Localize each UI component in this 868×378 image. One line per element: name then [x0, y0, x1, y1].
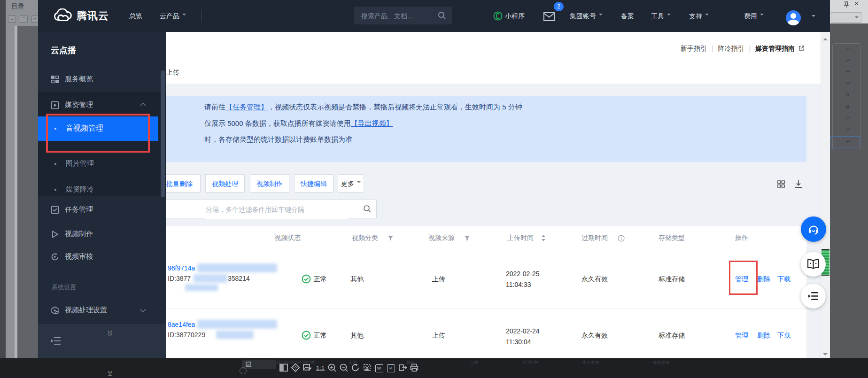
effects-icon[interactable] [290, 363, 301, 373]
upload-button[interactable]: 上传 [166, 69, 179, 77]
sidebar-item-video-review[interactable]: 视频审核 [38, 247, 159, 268]
export-word-icon[interactable]: W [374, 363, 384, 373]
print-icon[interactable] [409, 363, 419, 373]
paragraph-mark: ↵ [846, 57, 860, 64]
headset-icon [807, 223, 820, 236]
video-process-button[interactable]: 视频处理 [205, 174, 245, 193]
sidebar-item-video-production[interactable]: 视频制作 [38, 224, 159, 245]
filter-funnel-icon[interactable] [465, 236, 470, 241]
message-icon[interactable] [543, 12, 555, 21]
survey-fab[interactable] [801, 284, 826, 309]
viewer-mini-panel [242, 360, 276, 369]
background-dropdown[interactable] [831, 12, 861, 23]
manage-link[interactable]: 管理 [735, 332, 748, 340]
chevron-down-icon [357, 181, 361, 185]
outline-collapse-icon[interactable]: ⌄ [8, 15, 16, 23]
nav-beian[interactable]: 备案 [621, 0, 634, 32]
zoom-out-icon[interactable] [339, 363, 349, 373]
pin-icon[interactable] [843, 1, 850, 8]
avatar[interactable] [786, 10, 801, 25]
search-icon[interactable] [438, 11, 446, 20]
status-ok-icon [302, 331, 311, 340]
guide-newbie-link[interactable]: 新手指引 [681, 45, 707, 52]
nav-miniprogram[interactable]: 小程序 [505, 0, 525, 32]
sidebar-item-media-cooling[interactable]: 媒资降冷 [38, 180, 158, 201]
collapse-sidebar-icon[interactable] [50, 336, 62, 346]
chevron-down-icon [667, 14, 671, 17]
sidebar-item-label: 任务管理 [65, 205, 93, 214]
actual-size-icon[interactable]: 1:1 [315, 363, 326, 373]
expire-cell: 永久有效 [581, 332, 608, 340]
redacted-blur [194, 274, 227, 283]
ghost-text: 标准存储 [653, 360, 670, 366]
sidebar-item-tasks[interactable]: 任务管理 [38, 200, 159, 221]
sidebar-item-label: 视频制作 [65, 230, 93, 239]
customer-service-fab[interactable] [801, 216, 826, 242]
crop-icon[interactable] [362, 363, 372, 373]
task-manage-link[interactable]: 【任务管理】 [225, 103, 268, 111]
brand-name[interactable]: 腾讯云 [77, 0, 109, 32]
delete-link[interactable]: 删除 [757, 332, 770, 340]
filter-input[interactable] [205, 200, 348, 219]
tencent-cloud-logo[interactable] [52, 8, 72, 23]
video-produce-button[interactable]: 视频制作 [250, 174, 289, 193]
chevron-down-icon[interactable] [812, 15, 815, 19]
filter-funnel-icon[interactable] [388, 236, 393, 241]
sidebar-item-media-manage[interactable]: 媒资管理 [38, 95, 159, 116]
download-link[interactable]: 下载 [777, 332, 790, 340]
video-name-link[interactable]: 8ae14fea [168, 321, 195, 328]
guide-media-link[interactable]: 媒资管理指南 [755, 45, 795, 52]
sidebar-scrollbar-thumb[interactable] [161, 70, 165, 197]
external-link-icon [798, 45, 805, 51]
export-video-link[interactable]: 【导出视频】 [351, 119, 393, 127]
outline-add-icon[interactable]: + [31, 15, 39, 23]
info-icon[interactable] [618, 235, 625, 242]
video-review-icon [51, 253, 59, 261]
nav-group-account[interactable]: 集团账号 [570, 0, 603, 32]
letter-mark: a [846, 91, 860, 98]
scroll-up-icon[interactable] [823, 36, 828, 40]
export-ppt-icon[interactable]: P [386, 363, 396, 373]
outline-expand-icon[interactable]: ⌃ [20, 15, 28, 23]
page-scrollbar[interactable] [821, 32, 830, 358]
nav-billing[interactable]: 费用 [744, 0, 764, 32]
redacted-blur [197, 320, 277, 329]
scroll-down-icon[interactable] [823, 353, 828, 358]
docs-fab[interactable] [801, 252, 826, 277]
download-icon[interactable] [794, 179, 803, 189]
export-icon[interactable] [397, 363, 408, 373]
guide-links: 新手指引|降冷指引|媒资管理指南 [681, 45, 805, 53]
edit-image-icon[interactable] [302, 363, 312, 373]
miniprogram-icon [493, 11, 503, 21]
grid-view-icon[interactable] [776, 179, 786, 189]
nav-products[interactable]: 云产品 [160, 0, 186, 32]
video-name-link[interactable]: 96f9714a [168, 264, 195, 272]
sidebar-item-video-processing[interactable]: 视频处理设置 [38, 301, 159, 321]
search-icon[interactable] [363, 205, 372, 213]
notice-line-2: 仅展示 5000 条数据，获取点播所有媒资请使用【导出视频】 [204, 119, 393, 128]
guide-separator: | [712, 45, 713, 52]
download-link[interactable]: 下载 [777, 275, 790, 284]
sidebar-item-image-manage[interactable]: 图片管理 [38, 154, 158, 175]
more-button[interactable]: 更多 [338, 174, 364, 193]
sort-icon[interactable] [541, 235, 546, 241]
table-header-divider [166, 250, 806, 250]
nav-search-input[interactable] [360, 7, 433, 25]
upload-date-cell: 2022-02-25 [506, 270, 540, 278]
close-icon[interactable]: ✕ [854, 0, 859, 7]
background-paragraph-box: ↵ ↵ ↵ ↵ a a ↵ ↵ ↵ [832, 43, 860, 150]
category-cell: 其他 [350, 275, 364, 284]
delete-link[interactable]: 删除 [757, 275, 770, 284]
nav-overview[interactable]: 总览 [129, 0, 142, 32]
sidebar-item-overview[interactable]: 服务概览 [38, 69, 159, 90]
split-compare-icon[interactable] [279, 363, 289, 373]
rotate-icon[interactable] [350, 363, 361, 373]
quick-edit-button[interactable]: 快捷编辑 [294, 174, 333, 193]
chevron-down-icon [599, 14, 603, 17]
viewer-handle-icon[interactable] [240, 367, 247, 374]
nav-tools[interactable]: 工具 [651, 0, 671, 32]
nav-support[interactable]: 支持 [689, 0, 709, 32]
nav-search-box [354, 7, 452, 24]
zoom-in-icon[interactable] [327, 363, 337, 373]
guide-cooling-link[interactable]: 降冷指引 [718, 45, 744, 52]
